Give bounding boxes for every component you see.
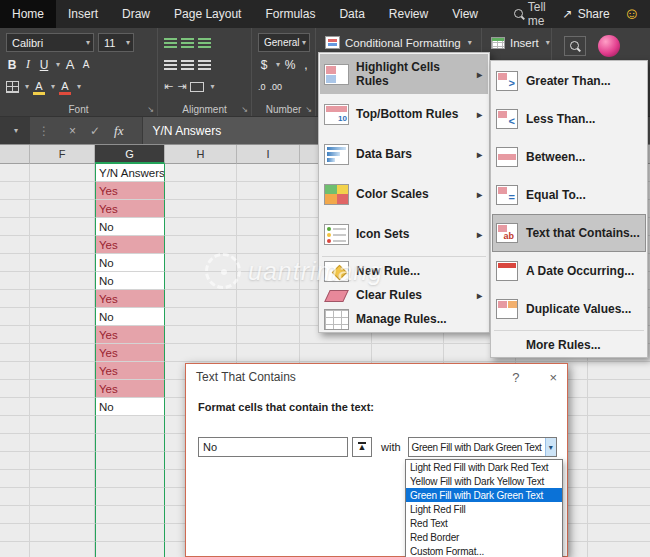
formula-bar-grip-icon[interactable]: ⋮ xyxy=(38,124,50,138)
tab-home[interactable]: Home xyxy=(0,0,56,28)
grid-cell[interactable] xyxy=(0,470,30,488)
grid-cell[interactable] xyxy=(588,398,650,416)
grid-cell[interactable]: No xyxy=(95,218,165,236)
align-center-icon[interactable] xyxy=(181,60,194,70)
grid-cell[interactable]: No xyxy=(95,398,165,416)
grid-cell[interactable] xyxy=(588,434,650,452)
grid-cell[interactable] xyxy=(165,164,237,182)
option-light-red-fill[interactable]: Light Red Fill xyxy=(406,502,562,516)
align-right-icon[interactable] xyxy=(198,60,211,70)
grid-cell[interactable] xyxy=(300,344,372,362)
grid-cell[interactable]: No xyxy=(95,254,165,272)
menu-item-highlight-cells-rules[interactable]: Highlight Cells Rules ▸ xyxy=(320,54,488,94)
grid-cell[interactable] xyxy=(30,290,95,308)
dialog-title-bar[interactable]: Text That Contains ? × xyxy=(186,364,567,390)
borders-icon[interactable] xyxy=(6,81,19,93)
grid-cell[interactable]: Yes xyxy=(95,344,165,362)
column-header-g[interactable]: G xyxy=(95,145,165,164)
decrease-indent-icon[interactable]: ⇤ xyxy=(164,80,173,93)
grid-cell[interactable] xyxy=(30,236,95,254)
grid-cell[interactable] xyxy=(588,488,650,506)
fill-color-button[interactable]: A xyxy=(33,80,45,94)
grid-cell[interactable] xyxy=(165,236,237,254)
grid-cell[interactable] xyxy=(95,434,165,452)
grid-cell[interactable] xyxy=(95,506,165,524)
grid-cell[interactable] xyxy=(0,398,30,416)
grid-cell[interactable] xyxy=(30,362,95,380)
grid-cell[interactable] xyxy=(165,308,237,326)
submenu-item-equal-to[interactable]: = Equal To... xyxy=(492,176,646,214)
grid-cell[interactable] xyxy=(237,290,300,308)
grid-cell[interactable]: Yes xyxy=(95,200,165,218)
share-button[interactable]: ↗ Share xyxy=(563,7,610,21)
grid-cell[interactable] xyxy=(30,200,95,218)
grid-cell[interactable] xyxy=(0,452,30,470)
grid-cell[interactable]: Yes xyxy=(95,380,165,398)
grid-cell[interactable] xyxy=(237,344,300,362)
grid-cell[interactable] xyxy=(30,416,95,434)
confirm-entry-icon[interactable]: ✓ xyxy=(90,124,100,138)
option-custom-format[interactable]: Custom Format... xyxy=(406,544,562,557)
combo-dropdown-icon[interactable]: ▾ xyxy=(545,438,556,456)
grid-cell[interactable] xyxy=(165,254,237,272)
grid-cell[interactable]: Yes xyxy=(95,236,165,254)
grid-cell[interactable] xyxy=(588,416,650,434)
tab-draw[interactable]: Draw xyxy=(110,0,162,28)
font-color-button[interactable]: A xyxy=(59,80,71,94)
grid-cell[interactable] xyxy=(165,200,237,218)
grid-cell[interactable] xyxy=(30,542,95,557)
menu-item-new-rule[interactable]: New Rule... xyxy=(320,259,488,283)
grid-cell[interactable] xyxy=(588,362,650,380)
grid-cell[interactable] xyxy=(0,308,30,326)
grid-cell[interactable] xyxy=(30,272,95,290)
menu-item-color-scales[interactable]: Color Scales ▸ xyxy=(320,174,488,214)
increase-indent-icon[interactable]: ⇥ xyxy=(177,80,186,93)
grid-cell[interactable] xyxy=(30,344,95,362)
option-red-border[interactable]: Red Border xyxy=(406,530,562,544)
format-select[interactable]: Green Fill with Dark Green Text ▾ xyxy=(408,437,557,457)
ribbon-search-button[interactable] xyxy=(564,36,586,56)
option-light-red-fill-dark-red-text[interactable]: Light Red Fill with Dark Red Text xyxy=(406,460,562,474)
grid-cell[interactable] xyxy=(588,470,650,488)
align-left-icon[interactable] xyxy=(164,60,177,70)
submenu-item-a-date-occurring[interactable]: A Date Occurring... xyxy=(492,252,646,290)
grid-cell[interactable] xyxy=(95,488,165,506)
conditional-formatting-button[interactable]: Conditional Formatting ▾ xyxy=(322,32,475,54)
menu-item-top-bottom-rules[interactable]: 10 Top/Bottom Rules ▸ xyxy=(320,94,488,134)
chevron-down-icon[interactable]: ▾ xyxy=(56,61,60,69)
help-button[interactable]: ? xyxy=(512,370,519,385)
menu-item-manage-rules[interactable]: Manage Rules... xyxy=(320,307,488,331)
submenu-item-duplicate-values[interactable]: Duplicate Values... xyxy=(492,290,646,328)
grid-cell[interactable]: Yes xyxy=(95,362,165,380)
tab-page-layout[interactable]: Page Layout xyxy=(162,0,253,28)
grid-cell[interactable] xyxy=(0,254,30,272)
grid-cell[interactable] xyxy=(30,398,95,416)
submenu-item-greater-than[interactable]: > Greater Than... xyxy=(492,62,646,100)
grid-cell[interactable] xyxy=(30,434,95,452)
number-format-select[interactable]: General ▾ xyxy=(258,33,310,52)
grid-cell[interactable]: Y/N Answers xyxy=(95,164,165,182)
grid-cell[interactable] xyxy=(95,524,165,542)
grid-cell[interactable] xyxy=(0,434,30,452)
grid-cell[interactable] xyxy=(165,218,237,236)
grid-cell[interactable]: No xyxy=(95,272,165,290)
grid-cell[interactable] xyxy=(30,308,95,326)
chevron-down-icon[interactable]: ▾ xyxy=(25,83,29,91)
grid-cell[interactable] xyxy=(237,272,300,290)
grid-cell[interactable] xyxy=(0,524,30,542)
font-size-select[interactable]: 11 ▾ xyxy=(98,33,134,52)
align-top-icon[interactable] xyxy=(164,38,177,48)
column-header[interactable] xyxy=(0,145,30,164)
grid-cell[interactable] xyxy=(0,182,30,200)
submenu-item-less-than[interactable]: < Less Than... xyxy=(492,100,646,138)
option-green-fill-dark-green-text[interactable]: Green Fill with Dark Green Text xyxy=(406,488,562,502)
grid-cell[interactable] xyxy=(588,506,650,524)
chevron-down-icon[interactable]: ▾ xyxy=(276,61,280,69)
grid-cell[interactable]: Yes xyxy=(95,326,165,344)
tab-review[interactable]: Review xyxy=(377,0,440,28)
column-header-h[interactable]: H xyxy=(165,145,237,164)
grid-cell[interactable]: Yes xyxy=(95,182,165,200)
grid-cell[interactable] xyxy=(0,506,30,524)
grid-cell[interactable] xyxy=(237,200,300,218)
increase-decimal-button[interactable]: .0 xyxy=(258,82,266,92)
